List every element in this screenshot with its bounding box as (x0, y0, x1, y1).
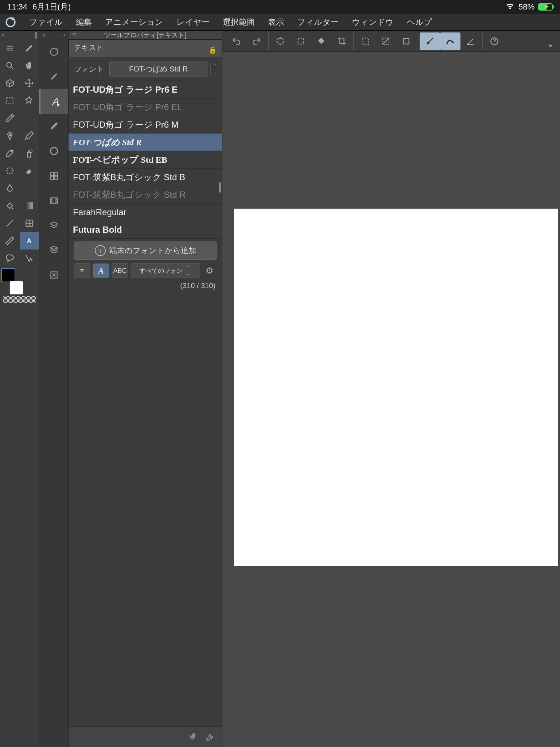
subtool-grid-icon[interactable] (39, 163, 68, 188)
font-item-selected[interactable]: FOT-つばめ Std R (69, 133, 222, 151)
hand-tool-icon[interactable] (20, 57, 39, 74)
snap-guides-icon[interactable] (396, 32, 416, 50)
font-item[interactable]: FarahRegular (69, 204, 222, 221)
subtool-text-icon[interactable]: A (39, 89, 68, 114)
wand-tool-icon[interactable] (20, 92, 39, 109)
font-item[interactable]: Futura Bold (69, 221, 222, 239)
line-tool-icon[interactable] (0, 214, 20, 232)
pencil-tool-icon[interactable] (20, 127, 39, 144)
font-stepper[interactable]: ⌃⌄ (210, 61, 219, 77)
property-footer (69, 727, 222, 747)
marquee-tool-icon[interactable] (0, 92, 20, 109)
magnifier-tool-icon[interactable] (0, 57, 20, 74)
menu-edit[interactable]: 編集 (69, 15, 98, 29)
subtool-marker-icon[interactable] (39, 114, 68, 139)
redo-icon[interactable] (246, 32, 267, 50)
add-device-font-button[interactable]: ＋ 端末のフォントから追加 (74, 241, 217, 260)
transparency-swatch[interactable] (3, 296, 36, 303)
undo-icon[interactable] (226, 32, 246, 50)
menu-view[interactable]: 表示 (261, 15, 291, 29)
svg-point-9 (11, 150, 13, 152)
filter-style-preview[interactable]: A (93, 263, 109, 278)
subtool-film-icon[interactable] (39, 188, 68, 213)
scrollbar-thumb[interactable] (219, 182, 221, 193)
font-item[interactable]: FOT-UD角ゴ ラージ Pr6 EL (69, 98, 222, 116)
subtool-circle-icon[interactable] (39, 139, 68, 163)
subtool-layers3-icon[interactable] (39, 238, 68, 263)
help-icon[interactable] (484, 32, 505, 50)
menu-icon[interactable] (0, 39, 20, 57)
snap-grid-icon[interactable] (355, 32, 376, 50)
blend-tool-icon[interactable] (0, 179, 20, 197)
font-count: (310 / 310) (69, 281, 222, 294)
property-title[interactable]: ≡ ツールプロパティ[テキスト] (69, 31, 222, 39)
color-swatches[interactable] (0, 267, 39, 306)
spray-tool-icon[interactable] (20, 144, 39, 162)
font-list[interactable]: FOT-UD角ゴ ラージ Pr6 E FOT-UD角ゴ ラージ Pr6 EL F… (69, 81, 222, 239)
app-logo[interactable] (3, 16, 18, 29)
column-handle-icon[interactable]: ‖ (34, 31, 38, 39)
move-tool-icon[interactable] (20, 74, 39, 92)
snap-angle-icon[interactable] (460, 32, 481, 50)
font-item[interactable]: FOT-ベビポップ Std EB (69, 151, 222, 169)
subtool-brush-icon[interactable] (39, 64, 68, 89)
collapse-left2-icon[interactable]: « (42, 31, 46, 39)
lock-icon[interactable]: 🔒 (209, 46, 217, 54)
decoration-tool-icon[interactable] (0, 162, 20, 179)
menu-filter[interactable]: フィルター (291, 15, 345, 29)
menu-layer[interactable]: レイヤー (170, 15, 216, 29)
pen-nib-tool-icon[interactable] (0, 127, 20, 144)
stabilize-icon[interactable] (440, 32, 460, 50)
eyedropper-tool-icon[interactable] (0, 109, 20, 127)
font-dropdown[interactable]: FOT-つばめ Std R (109, 61, 207, 77)
snap-ruler-icon[interactable] (376, 32, 396, 50)
font-item[interactable]: FOT-筑紫B丸ゴシック Std R (69, 186, 222, 204)
brush-tool-icon[interactable] (0, 144, 20, 162)
pen-tool-icon[interactable] (20, 39, 39, 57)
snap-on-icon[interactable] (420, 32, 440, 50)
font-item[interactable]: FOT-UD角ゴ ラージ Pr6 E (69, 81, 222, 98)
text-tool-icon[interactable]: A (20, 232, 39, 249)
filter-category-dropdown[interactable]: すべてのフォン ⌃⌄ (131, 263, 200, 278)
tool-col2-header[interactable]: « › (39, 31, 68, 39)
font-item[interactable]: FOT-UD角ゴ ラージ Pr6 M (69, 116, 222, 133)
subtool-delete-icon[interactable] (39, 263, 68, 287)
frame-tool-icon[interactable] (20, 214, 39, 232)
chevron-down-icon[interactable]: ⌄ (543, 33, 558, 49)
eraser-tool-icon[interactable] (20, 162, 39, 179)
invert-icon[interactable] (291, 32, 311, 50)
canvas-page[interactable] (234, 209, 558, 566)
filter-list-icon[interactable]: ≡ (74, 263, 90, 278)
correct-tool-icon[interactable] (20, 249, 39, 267)
drag-handle-icon[interactable]: ≡ (72, 31, 76, 39)
filter-stepper-icon: ⌃⌄ (184, 265, 191, 276)
menu-help[interactable]: ヘルプ (400, 15, 439, 29)
ruler-tool-icon[interactable] (0, 232, 20, 249)
empty-2 (20, 179, 39, 197)
menu-file[interactable]: ファイル (23, 15, 69, 29)
crop-icon[interactable] (331, 32, 352, 50)
subtool-target-icon[interactable] (39, 39, 68, 64)
tool-property-panel: ≡ ツールプロパティ[テキスト] テキスト 🔒 フォント FOT-つばめ Std… (69, 31, 222, 747)
menu-window[interactable]: ウィンドウ (345, 15, 400, 29)
footer-wrench-icon[interactable] (204, 731, 216, 743)
tool-col1-header[interactable]: « ‖ (0, 31, 39, 39)
fill-tool-icon[interactable] (0, 197, 20, 214)
gradient-tool-icon[interactable] (20, 197, 39, 214)
bucket-icon[interactable] (311, 32, 331, 50)
balloon-tool-icon[interactable] (0, 249, 20, 267)
menu-selection[interactable]: 選択範囲 (216, 15, 261, 29)
deselect-icon[interactable] (270, 32, 291, 50)
filter-settings-icon[interactable]: ⚙ (202, 263, 217, 278)
collapse-left-icon[interactable]: « (1, 31, 5, 39)
menu-animation[interactable]: アニメーション (98, 15, 170, 29)
background-color[interactable] (9, 281, 23, 295)
canvas-viewport[interactable] (222, 52, 560, 747)
filter-abc[interactable]: ABC (112, 263, 128, 278)
subtool-layers2-icon[interactable] (39, 213, 68, 238)
object-tool-icon[interactable] (0, 74, 20, 92)
expand-right-icon[interactable]: › (63, 31, 65, 39)
foreground-color[interactable] (1, 268, 15, 282)
font-item[interactable]: FOT-筑紫B丸ゴシック Std B (69, 169, 222, 186)
footer-hand-icon[interactable] (188, 731, 200, 743)
